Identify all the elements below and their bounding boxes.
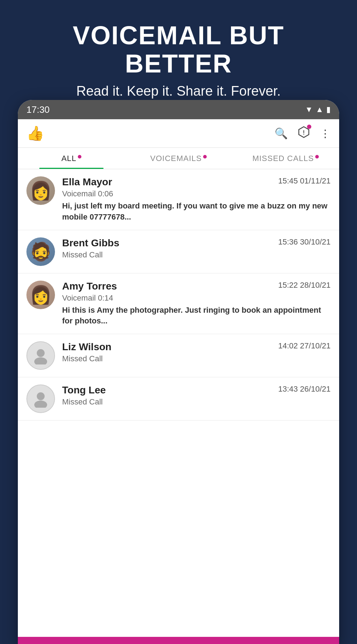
header-section: VOICEMAIL BUT BETTER Read it. Keep it. S… (0, 0, 357, 113)
app-logo-icon: 👍 (26, 125, 44, 142)
item-header: Brent Gibbs 15:36 30/10/21 (62, 237, 331, 249)
app-logo: 👍 (26, 125, 44, 142)
list-item[interactable]: Amy Torres 15:22 28/10/21 Voicemail 0:14… (18, 273, 339, 334)
app-bar: 👍 🔍 ! ⋮ (18, 119, 339, 148)
item-timestamp: 13:43 26/10/21 (278, 384, 331, 394)
item-timestamp: 15:45 01/11/21 (278, 176, 331, 186)
list-item[interactable]: Tong Lee 13:43 26/10/21 Missed Call (18, 377, 339, 421)
bottom-accent (18, 637, 339, 644)
item-preview: Hi this is Amy the photographer. Just ri… (62, 305, 331, 327)
tab-voicemails-label: VOICEMAILS (150, 154, 202, 163)
alert-icon[interactable]: ! (298, 126, 310, 141)
wifi-icon: ▼ (305, 105, 313, 114)
tab-missed-calls-dot (315, 155, 319, 159)
status-bar: 17:30 ▼ ▲ ▮ (18, 100, 339, 119)
tab-missed-calls[interactable]: MISSED CALLS (232, 148, 339, 169)
avatar (26, 281, 55, 309)
phone-mockup: 17:30 ▼ ▲ ▮ 👍 🔍 ! ⋮ ALL (18, 100, 339, 644)
item-meta: Missed Call (62, 250, 331, 260)
contact-name: Brent Gibbs (62, 237, 119, 249)
avatar (26, 237, 55, 266)
item-content: Liz Wilson 14:02 27/10/21 Missed Call (62, 341, 331, 366)
item-timestamp: 15:36 30/10/21 (278, 237, 331, 247)
avatar (26, 176, 55, 205)
header-title: VOICEMAIL BUT BETTER (21, 21, 336, 78)
item-timestamp: 15:22 28/10/21 (278, 281, 331, 290)
tab-all[interactable]: ALL (18, 148, 125, 169)
svg-point-4 (37, 392, 45, 400)
header-subtitle: Read it. Keep it. Share it. Forever. (21, 84, 336, 99)
item-timestamp: 14:02 27/10/21 (278, 341, 331, 351)
list-item[interactable]: Liz Wilson 14:02 27/10/21 Missed Call (18, 334, 339, 377)
list-item[interactable]: Ella Mayor 15:45 01/11/21 Voicemail 0:06… (18, 169, 339, 230)
item-preview: Hi, just left my board meeting. If you w… (62, 201, 331, 223)
list-item[interactable]: Brent Gibbs 15:36 30/10/21 Missed Call (18, 230, 339, 273)
item-content: Brent Gibbs 15:36 30/10/21 Missed Call (62, 237, 331, 262)
search-icon[interactable]: 🔍 (275, 127, 288, 140)
item-meta: Missed Call (62, 397, 331, 407)
contact-name: Amy Torres (62, 281, 117, 292)
svg-point-5 (34, 401, 47, 408)
avatar-placeholder (26, 341, 55, 370)
signal-icon: ▲ (316, 105, 323, 114)
item-meta: Voicemail 0:06 (62, 189, 331, 198)
svg-text:!: ! (303, 130, 305, 136)
avatar-placeholder (26, 384, 55, 413)
tab-voicemails[interactable]: VOICEMAILS (125, 148, 232, 169)
contact-name: Ella Mayor (62, 176, 112, 188)
app-bar-actions: 🔍 ! ⋮ (275, 126, 331, 141)
tab-all-label: ALL (61, 154, 76, 163)
content-list: Ella Mayor 15:45 01/11/21 Voicemail 0:06… (18, 169, 339, 644)
svg-point-2 (37, 349, 45, 357)
alert-dot (307, 125, 311, 129)
item-meta: Voicemail 0:14 (62, 293, 331, 303)
tab-voicemails-dot (203, 155, 207, 159)
svg-point-3 (34, 357, 47, 364)
item-header: Amy Torres 15:22 28/10/21 (62, 281, 331, 292)
more-options-icon[interactable]: ⋮ (320, 127, 331, 140)
item-header: Ella Mayor 15:45 01/11/21 (62, 176, 331, 188)
contact-name: Liz Wilson (62, 341, 111, 353)
status-icons: ▼ ▲ ▮ (305, 105, 331, 114)
item-content: Ella Mayor 15:45 01/11/21 Voicemail 0:06… (62, 176, 331, 223)
tabs-bar: ALL VOICEMAILS MISSED CALLS (18, 148, 339, 169)
battery-icon: ▮ (326, 105, 331, 114)
item-meta: Missed Call (62, 354, 331, 363)
item-header: Tong Lee 13:43 26/10/21 (62, 384, 331, 396)
item-header: Liz Wilson 14:02 27/10/21 (62, 341, 331, 353)
status-time: 17:30 (26, 104, 50, 115)
contact-name: Tong Lee (62, 384, 106, 396)
item-content: Amy Torres 15:22 28/10/21 Voicemail 0:14… (62, 281, 331, 327)
item-content: Tong Lee 13:43 26/10/21 Missed Call (62, 384, 331, 409)
tab-missed-calls-label: MISSED CALLS (252, 154, 314, 163)
tab-all-dot (78, 155, 81, 159)
